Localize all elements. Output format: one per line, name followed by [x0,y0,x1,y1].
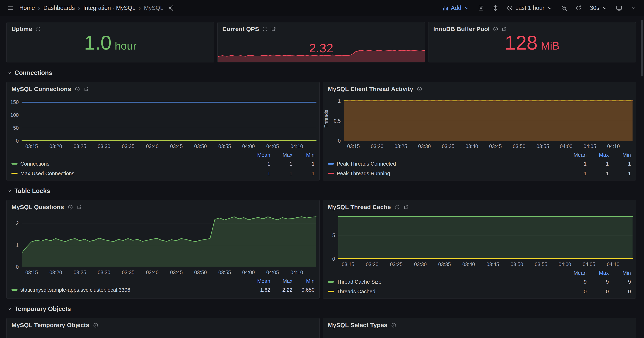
info-icon[interactable] [391,322,396,328]
innodb-number: 128 [505,33,538,53]
mysql-connections-chart[interactable]: 05010015003:1503:2003:2503:3003:3503:400… [7,94,320,150]
legend-series-toggle[interactable]: Connections [12,161,248,167]
menu-toggle-icon[interactable] [7,5,14,11]
svg-text:03:30: 03:30 [98,269,110,275]
legend-series-toggle[interactable]: Peak Threads Running [328,170,564,177]
breadcrumb-current: MySQL [144,5,164,11]
legend-series-toggle[interactable]: Peak Threads Connected [328,161,564,167]
nav-more-button[interactable] [630,5,637,11]
svg-text:03:55: 03:55 [535,261,548,267]
svg-text:03:35: 03:35 [122,269,135,275]
chevron-down-icon [630,5,637,11]
temporary-objects-row: MySQL Temporary Objects MySQL Select Typ… [6,318,636,338]
time-range-picker[interactable]: Last 1 hour [507,5,553,11]
svg-text:03:40: 03:40 [462,261,475,267]
refresh-button[interactable] [575,5,582,11]
svg-text:03:30: 03:30 [418,143,431,149]
info-icon[interactable] [93,322,98,328]
panel-title[interactable]: MySQL Temporary Objects [12,322,89,328]
series-label: Max Used Connections [20,170,74,177]
external-link-icon[interactable] [77,204,82,210]
dashboard-canvas: Uptime 1.0 hour Current QPS 2.32 InnoDB … [0,16,644,338]
section-header-table-locks[interactable]: Table Locks [6,187,636,195]
save-dashboard-button[interactable] [478,5,484,11]
chevron-down-icon [547,5,553,11]
legend-sort-mean[interactable]: Mean [248,278,270,284]
external-link-icon[interactable] [404,204,409,210]
chevron-down-icon [6,70,12,76]
legend-sort-min[interactable]: Min [609,270,631,276]
info-icon[interactable] [394,204,400,210]
scrollbar-thumb[interactable] [641,20,643,77]
svg-text:Threads: Threads [324,110,329,128]
legend-sort-min[interactable]: Min [292,278,314,284]
svg-text:03:50: 03:50 [194,143,207,149]
legend-sort-min[interactable]: Min [609,152,631,158]
kiosk-mode-button[interactable] [616,5,622,11]
legend-sort-max[interactable]: Max [587,152,609,158]
svg-text:03:55: 03:55 [536,143,549,149]
section-header-connections[interactable]: Connections [6,69,636,77]
breadcrumb-folder[interactable]: Integration - MySQL [83,5,136,11]
panel-title[interactable]: Current QPS [222,26,259,33]
table-locks-row: MySQL Questions 01203:1503:2003:2503:300… [6,200,636,298]
legend-sort-mean[interactable]: Mean [564,152,587,158]
legend-header: Mean Max Min [328,269,631,277]
legend-series-toggle[interactable]: Max Used Connections [12,170,248,177]
info-icon[interactable] [75,86,80,92]
legend-series-toggle[interactable]: Threads Cached [328,288,564,295]
breadcrumb-dashboards[interactable]: Dashboards [43,5,75,11]
panel-title[interactable]: MySQL Questions [12,204,64,210]
panel-uptime: Uptime 1.0 hour [6,22,214,63]
panel-title[interactable]: MySQL Select Types [328,322,388,328]
add-label: Add [451,5,462,11]
panel-title[interactable]: Uptime [12,26,32,33]
legend-mean: 1 [564,170,587,177]
legend-series-toggle[interactable]: Thread Cache Size [328,279,564,285]
breadcrumb-home[interactable]: Home [19,5,35,11]
legend-sort-max[interactable]: Max [270,278,292,284]
svg-text:03:20: 03:20 [50,269,62,275]
external-link-icon[interactable] [502,26,507,32]
uptime-unit: hour [115,40,136,52]
info-icon[interactable] [68,204,73,210]
panel-title[interactable]: MySQL Client Thread Activity [328,86,413,93]
svg-text:04:10: 04:10 [607,261,620,267]
legend-min: 1 [609,170,631,177]
mysql-client-thread-activity-chart[interactable]: 00.5103:1503:2003:2503:3003:3503:4003:45… [323,94,636,150]
legend-sort-min[interactable]: Min [292,152,314,158]
panel-title[interactable]: MySQL Connections [12,86,71,93]
panel-mysql-temporary-objects: MySQL Temporary Objects [6,318,320,338]
panel-title[interactable]: MySQL Thread Cache [328,204,391,210]
mysql-thread-cache-chart[interactable]: 0503:1503:2003:2503:3003:3503:4003:4503:… [323,212,636,268]
series-label: Peak Threads Connected [337,161,396,167]
legend-series-toggle[interactable]: static:mysql.sample-apps.svc.cluster.loc… [12,287,248,293]
section-header-temporary-objects[interactable]: Temporary Objects [6,305,636,313]
info-icon[interactable] [36,26,41,32]
dashboard-settings-button[interactable] [492,5,499,11]
share-button[interactable] [168,5,174,11]
series-swatch [12,289,18,291]
info-icon[interactable] [493,26,498,32]
info-icon[interactable] [417,86,422,92]
refresh-icon [575,5,582,11]
mysql-questions-chart[interactable]: 01203:1503:2003:2503:3003:3503:4003:4503… [7,212,320,276]
connections-row: MySQL Connections 05010015003:1503:2003:… [6,82,636,180]
refresh-interval-picker[interactable]: 30s [590,5,608,11]
legend-sort-mean[interactable]: Mean [248,152,270,158]
legend-max: 1 [270,170,292,177]
external-link-icon[interactable] [271,26,276,32]
svg-text:03:45: 03:45 [489,143,502,149]
add-button[interactable]: Add [442,5,470,11]
external-link-icon[interactable] [84,86,89,92]
legend-sort-mean[interactable]: Mean [564,270,587,276]
zoom-out-time-button[interactable] [561,5,567,11]
svg-text:03:45: 03:45 [170,143,183,149]
panel-title[interactable]: InnoDB Buffer Pool [433,26,490,33]
legend-sort-max[interactable]: Max [270,152,292,158]
gear-icon [492,5,499,11]
legend: Mean Max Min Connections 1 1 1 [7,150,320,180]
legend-row: Peak Threads Connected 1 1 1 [328,159,631,169]
info-icon[interactable] [262,26,268,32]
legend-sort-max[interactable]: Max [587,270,609,276]
